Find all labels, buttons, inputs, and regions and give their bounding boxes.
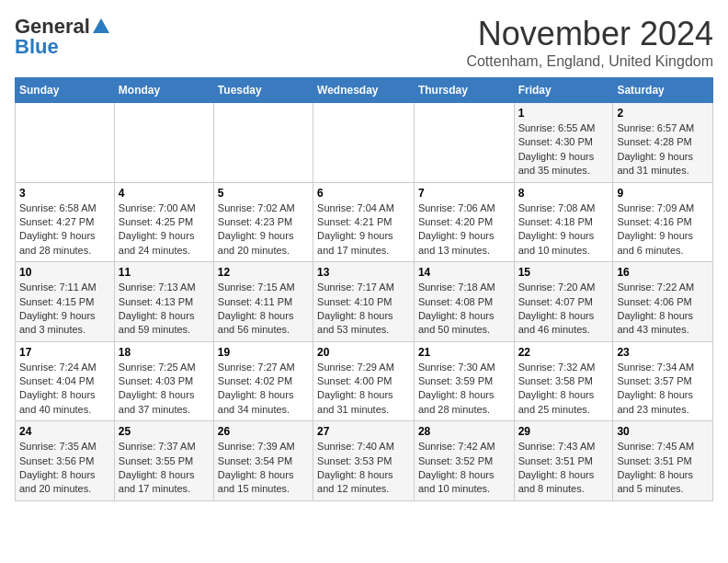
header-tuesday: Tuesday (213, 78, 313, 103)
calendar-cell: 14Sunrise: 7:18 AMSunset: 4:08 PMDayligh… (414, 262, 514, 342)
day-number: 30 (617, 425, 709, 438)
day-info: Sunrise: 7:04 AMSunset: 4:21 PMDaylight:… (317, 201, 410, 259)
logo-blue: Blue (15, 35, 59, 59)
calendar-week-4: 17Sunrise: 7:24 AMSunset: 4:04 PMDayligh… (16, 341, 713, 421)
title-area: November 2024 Cottenham, England, United… (466, 15, 713, 70)
calendar-cell: 19Sunrise: 7:27 AMSunset: 4:02 PMDayligh… (213, 341, 313, 421)
day-info: Sunrise: 7:18 AMSunset: 4:08 PMDaylight:… (418, 281, 510, 338)
logo-icon (91, 17, 111, 37)
calendar-cell: 20Sunrise: 7:29 AMSunset: 4:00 PMDayligh… (313, 341, 415, 421)
day-info: Sunrise: 7:00 AMSunset: 4:25 PMDaylight:… (119, 201, 210, 259)
calendar-cell: 7Sunrise: 7:06 AMSunset: 4:20 PMDaylight… (414, 182, 514, 262)
day-info: Sunrise: 7:34 AMSunset: 3:57 PMDaylight:… (617, 361, 709, 418)
calendar-cell: 9Sunrise: 7:09 AMSunset: 4:16 PMDaylight… (613, 182, 713, 262)
calendar-table: SundayMondayTuesdayWednesdayThursdayFrid… (15, 77, 713, 501)
day-number: 7 (418, 187, 510, 200)
calendar-cell: 4Sunrise: 7:00 AMSunset: 4:25 PMDaylight… (114, 182, 213, 262)
calendar-cell: 16Sunrise: 7:22 AMSunset: 4:06 PMDayligh… (613, 262, 713, 342)
calendar-cell: 6Sunrise: 7:04 AMSunset: 4:21 PMDaylight… (313, 182, 415, 262)
calendar-cell: 27Sunrise: 7:40 AMSunset: 3:53 PMDayligh… (313, 421, 415, 501)
day-info: Sunrise: 7:43 AMSunset: 3:51 PMDaylight:… (518, 440, 609, 497)
day-info: Sunrise: 7:42 AMSunset: 3:52 PMDaylight:… (418, 440, 510, 497)
day-info: Sunrise: 6:58 AMSunset: 4:27 PMDaylight:… (19, 201, 110, 259)
header: General Blue November 2024 Cottenham, En… (15, 15, 713, 70)
calendar-cell: 1Sunrise: 6:55 AMSunset: 4:30 PMDaylight… (514, 103, 613, 183)
day-number: 14 (418, 266, 510, 279)
calendar-cell: 24Sunrise: 7:35 AMSunset: 3:56 PMDayligh… (16, 421, 115, 501)
location-title: Cottenham, England, United Kingdom (466, 53, 713, 70)
day-info: Sunrise: 7:02 AMSunset: 4:23 PMDaylight:… (218, 201, 309, 259)
calendar-cell: 29Sunrise: 7:43 AMSunset: 3:51 PMDayligh… (514, 421, 613, 501)
calendar-cell (414, 103, 514, 183)
calendar-cell: 11Sunrise: 7:13 AMSunset: 4:13 PMDayligh… (114, 262, 213, 342)
day-info: Sunrise: 6:57 AMSunset: 4:28 PMDaylight:… (617, 121, 709, 178)
day-number: 16 (617, 266, 709, 279)
day-number: 8 (518, 187, 609, 200)
day-info: Sunrise: 7:09 AMSunset: 4:16 PMDaylight:… (617, 201, 709, 259)
day-number: 28 (418, 425, 510, 438)
day-number: 22 (518, 346, 609, 359)
calendar-week-1: 1Sunrise: 6:55 AMSunset: 4:30 PMDaylight… (16, 103, 713, 183)
calendar-cell: 3Sunrise: 6:58 AMSunset: 4:27 PMDaylight… (16, 182, 115, 262)
day-number: 11 (119, 266, 210, 279)
calendar-cell (313, 103, 415, 183)
day-info: Sunrise: 7:27 AMSunset: 4:02 PMDaylight:… (218, 361, 309, 418)
calendar-cell: 22Sunrise: 7:32 AMSunset: 3:58 PMDayligh… (514, 341, 613, 421)
day-number: 6 (317, 187, 410, 200)
calendar-cell: 12Sunrise: 7:15 AMSunset: 4:11 PMDayligh… (213, 262, 313, 342)
day-number: 15 (518, 266, 609, 279)
day-info: Sunrise: 7:15 AMSunset: 4:11 PMDaylight:… (218, 281, 309, 338)
calendar-cell: 13Sunrise: 7:17 AMSunset: 4:10 PMDayligh… (313, 262, 415, 342)
day-number: 21 (418, 346, 510, 359)
day-info: Sunrise: 7:08 AMSunset: 4:18 PMDaylight:… (518, 201, 609, 259)
day-info: Sunrise: 7:13 AMSunset: 4:13 PMDaylight:… (119, 281, 210, 338)
day-number: 19 (218, 346, 309, 359)
day-info: Sunrise: 7:11 AMSunset: 4:15 PMDaylight:… (19, 281, 110, 338)
day-info: Sunrise: 6:55 AMSunset: 4:30 PMDaylight:… (518, 121, 609, 178)
calendar-week-3: 10Sunrise: 7:11 AMSunset: 4:15 PMDayligh… (16, 262, 713, 342)
day-number: 18 (119, 346, 210, 359)
day-info: Sunrise: 7:20 AMSunset: 4:07 PMDaylight:… (518, 281, 609, 338)
calendar-cell (213, 103, 313, 183)
day-info: Sunrise: 7:22 AMSunset: 4:06 PMDaylight:… (617, 281, 709, 338)
day-info: Sunrise: 7:25 AMSunset: 4:03 PMDaylight:… (119, 361, 210, 418)
day-number: 12 (218, 266, 309, 279)
day-info: Sunrise: 7:30 AMSunset: 3:59 PMDaylight:… (418, 361, 510, 418)
day-number: 23 (617, 346, 709, 359)
day-info: Sunrise: 7:24 AMSunset: 4:04 PMDaylight:… (19, 361, 110, 418)
day-info: Sunrise: 7:32 AMSunset: 3:58 PMDaylight:… (518, 361, 609, 418)
calendar-cell: 23Sunrise: 7:34 AMSunset: 3:57 PMDayligh… (613, 341, 713, 421)
calendar-cell: 18Sunrise: 7:25 AMSunset: 4:03 PMDayligh… (114, 341, 213, 421)
day-number: 29 (518, 425, 609, 438)
header-thursday: Thursday (414, 78, 514, 103)
day-number: 3 (19, 187, 110, 200)
header-sunday: Sunday (16, 78, 115, 103)
header-wednesday: Wednesday (313, 78, 415, 103)
calendar-cell: 8Sunrise: 7:08 AMSunset: 4:18 PMDaylight… (514, 182, 613, 262)
calendar-cell: 15Sunrise: 7:20 AMSunset: 4:07 PMDayligh… (514, 262, 613, 342)
day-info: Sunrise: 7:29 AMSunset: 4:00 PMDaylight:… (317, 361, 410, 418)
calendar-cell: 2Sunrise: 6:57 AMSunset: 4:28 PMDaylight… (613, 103, 713, 183)
calendar-cell: 28Sunrise: 7:42 AMSunset: 3:52 PMDayligh… (414, 421, 514, 501)
day-info: Sunrise: 7:35 AMSunset: 3:56 PMDaylight:… (19, 440, 110, 497)
day-number: 20 (317, 346, 410, 359)
day-number: 4 (119, 187, 210, 200)
day-number: 26 (218, 425, 309, 438)
svg-marker-0 (93, 18, 109, 33)
header-friday: Friday (514, 78, 613, 103)
calendar-cell (114, 103, 213, 183)
calendar-cell: 10Sunrise: 7:11 AMSunset: 4:15 PMDayligh… (16, 262, 115, 342)
day-number: 2 (617, 107, 709, 120)
day-info: Sunrise: 7:37 AMSunset: 3:55 PMDaylight:… (119, 440, 210, 497)
calendar-cell: 21Sunrise: 7:30 AMSunset: 3:59 PMDayligh… (414, 341, 514, 421)
calendar-cell: 5Sunrise: 7:02 AMSunset: 4:23 PMDaylight… (213, 182, 313, 262)
day-info: Sunrise: 7:45 AMSunset: 3:51 PMDaylight:… (617, 440, 709, 497)
calendar-cell (16, 103, 115, 183)
header-saturday: Saturday (613, 78, 713, 103)
day-info: Sunrise: 7:40 AMSunset: 3:53 PMDaylight:… (317, 440, 410, 497)
calendar-cell: 25Sunrise: 7:37 AMSunset: 3:55 PMDayligh… (114, 421, 213, 501)
day-number: 13 (317, 266, 410, 279)
calendar-cell: 26Sunrise: 7:39 AMSunset: 3:54 PMDayligh… (213, 421, 313, 501)
calendar-header-row: SundayMondayTuesdayWednesdayThursdayFrid… (16, 78, 713, 103)
day-number: 27 (317, 425, 410, 438)
